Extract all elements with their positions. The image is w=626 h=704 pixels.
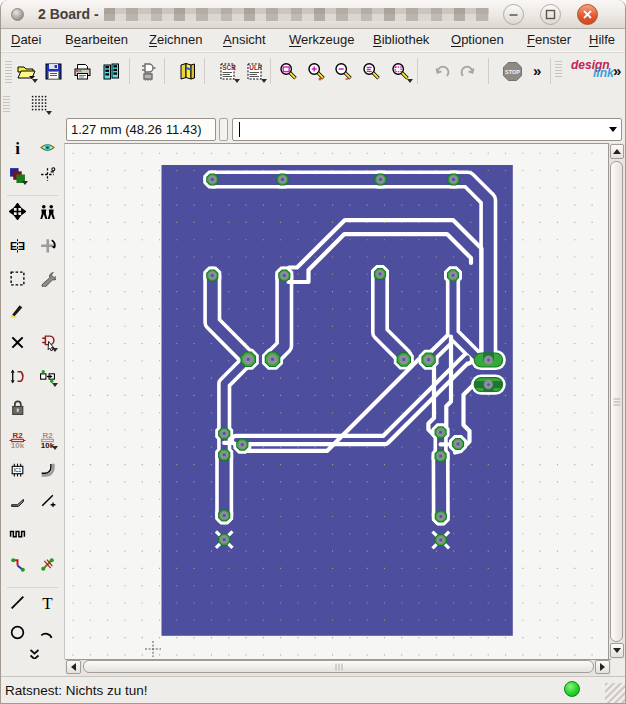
vertical-scroll-thumb[interactable] <box>610 161 623 642</box>
save-button[interactable] <box>39 57 67 85</box>
dropdown-arrow-icon[interactable] <box>46 111 52 115</box>
menu-zeichnen[interactable]: Zeichnen <box>149 32 203 47</box>
pad-P2[interactable] <box>276 173 288 185</box>
scroll-right-button[interactable] <box>595 660 610 674</box>
tool-ripup[interactable] <box>35 552 59 576</box>
combobox-arrow-icon[interactable] <box>609 127 617 132</box>
tool-change[interactable] <box>35 267 59 291</box>
zoom-select-button[interactable] <box>386 57 414 85</box>
tool-route[interactable] <box>5 552 29 576</box>
menu-bearbeiten[interactable]: Bearbeiten <box>65 32 128 47</box>
tool-miter[interactable] <box>35 458 59 482</box>
pad-P5[interactable] <box>206 269 218 281</box>
board-drawing[interactable] <box>65 144 609 661</box>
board-canvas[interactable] <box>64 143 608 659</box>
dropdown-arrow-icon[interactable] <box>22 181 28 185</box>
close-button[interactable] <box>577 4 598 25</box>
tool-display[interactable] <box>5 163 29 187</box>
scroll-down-button[interactable] <box>610 643 624 658</box>
pad-P3[interactable] <box>374 173 386 185</box>
window-resize-grip[interactable] <box>605 683 625 703</box>
tool-move[interactable] <box>5 200 29 224</box>
print-button[interactable] <box>68 57 96 85</box>
undo-button[interactable] <box>428 57 456 85</box>
tool-delete[interactable] <box>5 330 29 354</box>
tool-show[interactable] <box>35 134 59 158</box>
tool-split[interactable] <box>5 365 29 389</box>
pad-P7[interactable] <box>374 268 386 280</box>
scroll-up-button[interactable] <box>610 144 624 159</box>
zoom-redraw-button[interactable] <box>357 57 385 85</box>
pad-D2[interactable] <box>218 534 230 546</box>
pad-P4[interactable] <box>447 173 459 185</box>
menu-bibliothek[interactable]: Bibliothek <box>373 32 429 47</box>
tool-name[interactable]: R210k <box>5 428 29 452</box>
pcb-board[interactable] <box>162 165 513 636</box>
dropdown-arrow-icon[interactable] <box>32 79 38 83</box>
pad-B2[interactable] <box>265 352 281 368</box>
zoom-fit-button[interactable] <box>274 57 302 85</box>
pad-R2[interactable] <box>452 438 464 450</box>
maximize-button[interactable] <box>540 4 561 25</box>
tool-pinswap[interactable] <box>35 330 59 354</box>
menu-optionen[interactable]: Optionen <box>451 32 504 47</box>
dropdown-arrow-icon[interactable] <box>52 383 58 387</box>
coord-splitter[interactable] <box>219 118 228 141</box>
stop-button[interactable]: STOP <box>498 57 526 85</box>
pad-D1[interactable] <box>218 509 230 521</box>
library-button[interactable] <box>173 57 201 85</box>
cam-processor-button[interactable] <box>97 57 125 85</box>
pad-B1[interactable] <box>241 352 257 368</box>
pad-E2[interactable] <box>435 534 447 546</box>
dropdown-arrow-icon[interactable] <box>52 348 58 352</box>
minimize-button[interactable] <box>503 4 524 25</box>
tool-info[interactable]: i <box>5 134 29 158</box>
dropdown-arrow-icon[interactable] <box>261 79 267 83</box>
menu-hilfe[interactable]: Hilfe <box>589 32 615 47</box>
toolbar-overflow-chevron[interactable]: » <box>607 62 625 79</box>
dropdown-arrow-icon[interactable] <box>52 446 58 450</box>
pad-C1[interactable] <box>397 352 411 366</box>
tool-text[interactable]: T <box>35 590 59 614</box>
tool-route-plus[interactable] <box>35 488 59 512</box>
pad-L2[interactable] <box>236 439 248 451</box>
menu-ansicht[interactable]: Ansicht <box>223 32 266 47</box>
menu-datei[interactable]: Datei <box>11 32 41 47</box>
zoom-out-button[interactable] <box>329 57 357 85</box>
toolbar-grip[interactable] <box>3 94 10 112</box>
title-bar[interactable]: 2 Board - <box>1 0 625 29</box>
pad-S2[interactable] <box>474 377 504 392</box>
tool-circle[interactable] <box>5 620 29 644</box>
open-button[interactable] <box>11 57 39 85</box>
tool-wire[interactable] <box>5 590 29 614</box>
tool-copy[interactable] <box>35 200 59 224</box>
menu-werkzeuge[interactable]: Werkzeuge <box>289 32 355 47</box>
pad-S1[interactable] <box>474 353 504 368</box>
menu-fenster[interactable]: Fenster <box>527 32 571 47</box>
tool-mark[interactable] <box>35 163 59 187</box>
dropdown-arrow-icon[interactable] <box>407 79 413 83</box>
tool-value[interactable]: R210k <box>35 428 59 452</box>
pad-E1[interactable] <box>435 510 447 522</box>
scroll-left-button[interactable] <box>66 660 81 674</box>
tool-group[interactable] <box>5 267 29 291</box>
redo-button[interactable] <box>454 57 482 85</box>
pad-L1[interactable] <box>218 427 230 439</box>
pad-R1[interactable] <box>435 426 447 438</box>
horizontal-scroll-thumb[interactable] <box>83 660 594 673</box>
tool-smash[interactable]: IC1 <box>5 458 29 482</box>
grid-button[interactable] <box>25 89 53 117</box>
tool-bend[interactable] <box>5 488 29 512</box>
pad-L3[interactable] <box>218 449 230 461</box>
pad-P8[interactable] <box>447 269 459 281</box>
pad-P1[interactable] <box>206 173 218 185</box>
pad-P6[interactable] <box>278 269 290 281</box>
tool-optimize[interactable] <box>35 365 59 389</box>
tool-lock[interactable] <box>5 395 29 419</box>
tool-arc[interactable] <box>35 620 59 644</box>
run-script-button[interactable]: SCR <box>213 57 241 85</box>
vertical-scrollbar[interactable] <box>608 143 625 659</box>
tool-cut[interactable] <box>5 297 29 321</box>
switch-to-schematic-button[interactable] <box>133 57 161 85</box>
toolbar-overflow-chevron[interactable]: » <box>527 62 545 79</box>
